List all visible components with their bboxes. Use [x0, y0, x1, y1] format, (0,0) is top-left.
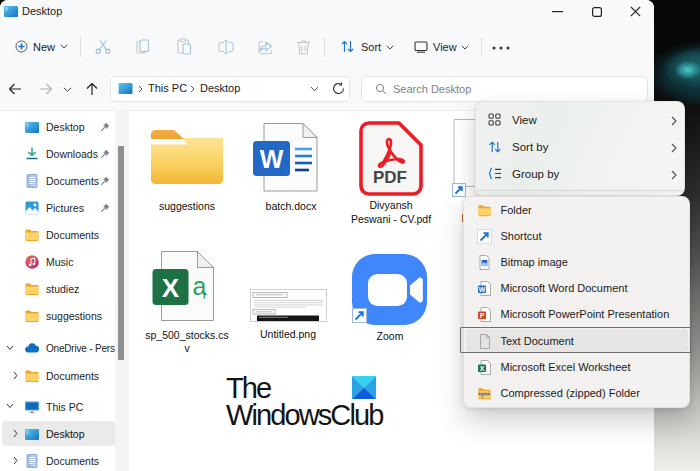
svg-text:W: W: [260, 145, 284, 173]
svg-text:X: X: [479, 364, 484, 371]
svg-text:W: W: [478, 286, 485, 293]
svg-text:a,: a,: [193, 272, 208, 300]
svg-text:PDF: PDF: [373, 168, 407, 187]
svg-text:P: P: [479, 312, 484, 319]
svg-text:X: X: [162, 273, 180, 303]
